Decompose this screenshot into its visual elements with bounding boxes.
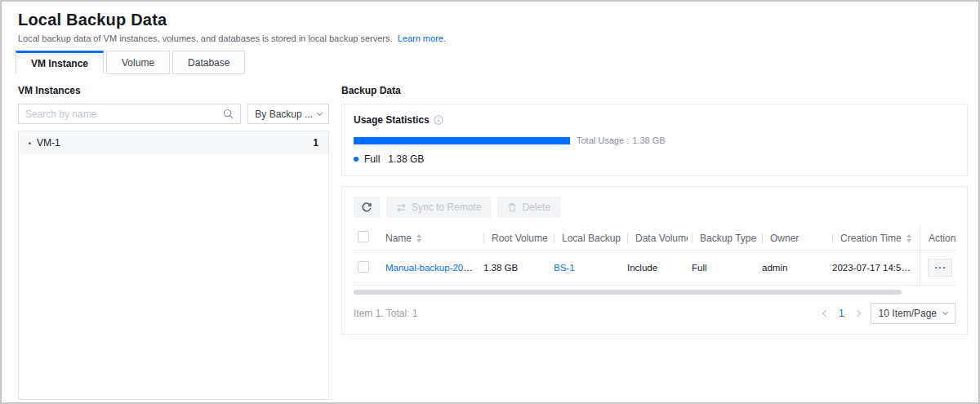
legend-label: Full — [364, 153, 380, 165]
data-volume-cell: Include — [623, 251, 688, 286]
content-area: VM Instances By Backup ... VM-1 1 — [2, 74, 978, 400]
vm-instances-panel: VM Instances By Backup ... VM-1 1 — [18, 85, 329, 400]
info-icon[interactable] — [434, 115, 443, 125]
root-volume-size-cell: 1.38 GB — [479, 251, 550, 286]
backup-table: Name Root Volume B... Local Backup Serve… — [354, 226, 956, 286]
column-header-backup-type: Backup Type — [700, 233, 756, 244]
vm-instance-list: VM-1 1 — [18, 131, 329, 400]
owner-cell: admin — [758, 251, 828, 286]
row-actions-button[interactable] — [928, 259, 952, 277]
row-checkbox[interactable] — [358, 261, 369, 273]
usage-progress-fill — [354, 137, 570, 144]
page-size-label: 10 Item/Page — [879, 308, 937, 319]
current-page-number[interactable]: 1 — [839, 308, 844, 319]
usage-bar-row: Total Usage :1.38 GB — [354, 135, 956, 145]
trash-icon — [507, 202, 517, 212]
search-box — [18, 104, 241, 124]
tab-bar: VM Instance Volume Database — [2, 51, 978, 74]
column-divider — [692, 233, 693, 243]
tab-volume[interactable]: Volume — [106, 51, 170, 74]
delete-button[interactable]: Delete — [497, 197, 560, 218]
backup-filter-dropdown[interactable]: By Backup ... — [247, 104, 329, 124]
backup-server-link[interactable]: BS-1 — [554, 263, 575, 273]
chevron-down-icon — [942, 309, 948, 315]
more-icon — [935, 267, 938, 269]
total-usage-value: 1.38 GB — [632, 135, 665, 145]
tab-vm-instance[interactable]: VM Instance — [16, 51, 104, 74]
vm-instances-title: VM Instances — [18, 85, 329, 96]
backup-filter-label: By Backup ... — [255, 109, 313, 120]
legend-value: 1.38 GB — [388, 153, 424, 165]
sort-icon[interactable] — [416, 234, 421, 242]
table-row: Manual-backup-2023-07-1... 1.38 GB BS-1 … — [354, 251, 956, 286]
usage-progress-bar — [354, 137, 570, 144]
sync-icon — [396, 203, 407, 212]
column-header-actions: Actions — [929, 233, 956, 244]
legend-dot-icon — [354, 157, 359, 162]
next-page-button[interactable] — [853, 309, 862, 318]
page-subtitle: Local backup data of VM instances, volum… — [18, 33, 962, 43]
total-usage-text: Total Usage :1.38 GB — [577, 135, 666, 145]
usage-statistics-label: Usage Statistics — [354, 114, 430, 126]
column-header-local-backup-server: Local Backup Server — [562, 233, 623, 244]
refresh-icon — [361, 202, 372, 213]
column-header-data-volume: Data Volume — [635, 233, 688, 244]
delete-label: Delete — [522, 202, 550, 213]
column-header-owner: Owner — [770, 233, 799, 244]
column-divider — [832, 233, 833, 243]
column-divider — [483, 233, 484, 243]
table-toolbar: Sync to Remote Delete — [354, 197, 956, 218]
table-footer: Item 1. Total: 1 1 10 Item/Page — [354, 303, 956, 324]
prev-page-button[interactable] — [821, 309, 831, 318]
local-backup-data-page: Local Backup Data Local backup data of V… — [0, 0, 980, 404]
usage-legend: Full 1.38 GB — [354, 153, 956, 165]
creation-time-cell: 2023-07-17 14:58:59 — [828, 251, 920, 286]
column-divider — [627, 233, 628, 243]
backup-table-card: Sync to Remote Delete — [341, 186, 968, 335]
tab-database[interactable]: Database — [172, 51, 245, 74]
learn-more-link[interactable]: Learn more. — [398, 33, 446, 43]
column-header-creation-time: Creation Time — [840, 233, 902, 244]
subtitle-text: Local backup data of VM instances, volum… — [18, 33, 393, 43]
search-input[interactable] — [25, 109, 223, 120]
scrollbar-thumb[interactable] — [354, 290, 902, 295]
select-all-checkbox[interactable] — [358, 231, 369, 242]
backup-name-link[interactable]: Manual-backup-2023-07-1... — [385, 263, 479, 273]
column-header-root-volume: Root Volume B... — [492, 233, 550, 244]
pagination: 1 10 Item/Page — [821, 303, 956, 324]
horizontal-scrollbar — [354, 290, 956, 295]
page-title: Local Backup Data — [18, 11, 962, 29]
sort-icon[interactable] — [906, 234, 911, 242]
column-header-name: Name — [385, 233, 412, 244]
search-row: By Backup ... — [18, 104, 329, 124]
usage-statistics-card: Usage Statistics Total Usage :1.38 GB F — [341, 104, 968, 176]
usage-title-row: Usage Statistics — [354, 114, 956, 126]
sync-to-remote-label: Sync to Remote — [412, 202, 481, 213]
vm-list-item[interactable]: VM-1 1 — [19, 131, 328, 154]
table-header-row: Name Root Volume B... Local Backup Serve… — [354, 226, 956, 251]
vm-name: VM-1 — [37, 137, 60, 149]
column-divider — [554, 233, 555, 243]
backup-data-title: Backup Data — [341, 85, 968, 96]
sync-to-remote-button[interactable]: Sync to Remote — [386, 197, 491, 218]
item-count-summary: Item 1. Total: 1 — [354, 308, 418, 319]
chevron-down-icon — [317, 109, 323, 115]
search-icon[interactable] — [223, 109, 234, 119]
refresh-button[interactable] — [354, 197, 380, 218]
page-size-select[interactable]: 10 Item/Page — [871, 303, 956, 324]
vm-backup-count: 1 — [313, 137, 318, 149]
backup-type-cell: Full — [688, 251, 758, 286]
page-header: Local Backup Data Local backup data of V… — [2, 2, 978, 43]
column-divider — [762, 233, 763, 243]
backup-data-panel: Backup Data Usage Statistics Total Usage… — [341, 85, 968, 400]
bullet-icon — [29, 142, 31, 144]
